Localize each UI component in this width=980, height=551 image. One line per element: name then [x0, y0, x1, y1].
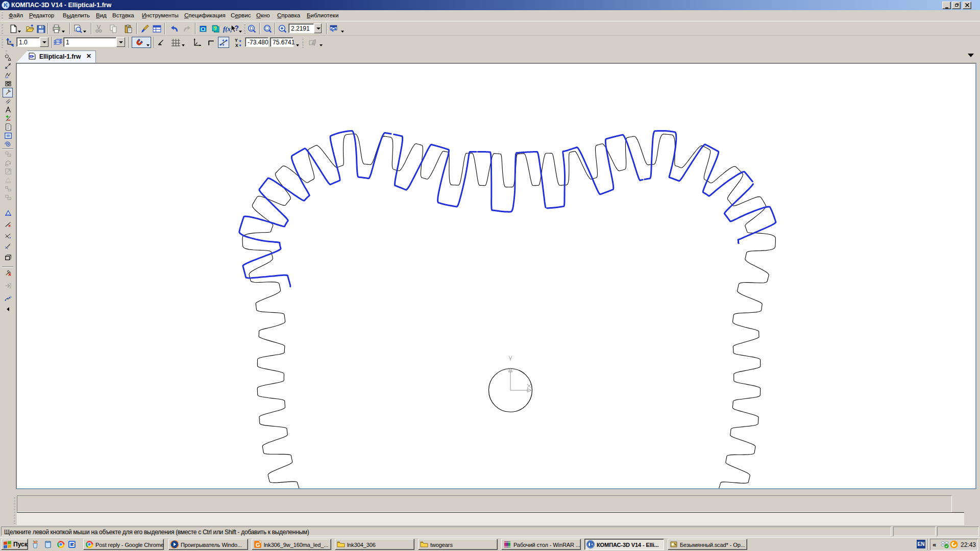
svg-text:X: X	[235, 43, 238, 47]
svg-text:?: ?	[235, 24, 239, 32]
svg-text:G: G	[256, 542, 260, 548]
svg-text:?: ?	[213, 25, 217, 32]
